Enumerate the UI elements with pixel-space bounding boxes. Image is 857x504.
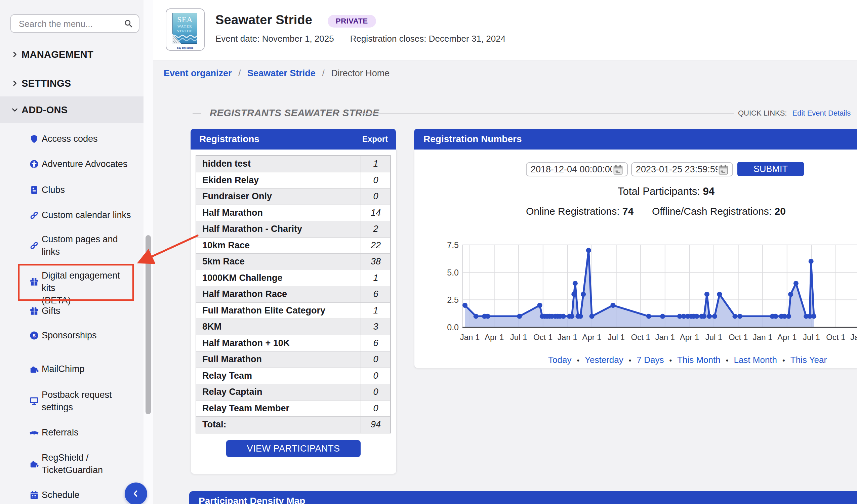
svg-text:Jan 1: Jan 1 (753, 333, 773, 342)
quick-filter-this-month[interactable]: This Month (677, 355, 721, 365)
count-cell: 6 (360, 335, 390, 351)
count-cell: 0 (360, 351, 390, 368)
sidebar-item-schedule[interactable]: Schedule (30, 489, 134, 501)
sidebar-item-digital-engagement-kits-beta[interactable]: Digital engagement kits (BETA) (30, 269, 134, 307)
gift-icon (30, 277, 39, 286)
sidebar-item-custom-pages-and-links[interactable]: Custom pages and links (30, 233, 134, 258)
filter-separator: • (783, 356, 785, 365)
event-name-cell: Half Marathon (196, 208, 360, 218)
table-row: Full Marathon Elite Category 1 (196, 302, 390, 319)
search-icon[interactable] (124, 19, 133, 28)
sidebar-scrollbar-thumb[interactable] (146, 235, 151, 414)
event-name-cell: 1000KM Challenge (196, 273, 360, 283)
sidebar-item-label: Custom pages and links (42, 233, 134, 258)
section-rule-right (360, 113, 734, 114)
event-name-cell: hidden test (196, 158, 360, 169)
quick-filter-last-month[interactable]: Last Month (734, 355, 777, 365)
date-from-input[interactable] (526, 162, 628, 177)
table-row: 1000KM Challenge 1 (196, 270, 390, 286)
registration-numbers-panel-header: Registration Numbers (414, 129, 857, 150)
export-button[interactable]: Export (362, 129, 388, 150)
sidebar-item-clubs[interactable]: Clubs (30, 184, 134, 196)
svg-text:Jul 1: Jul 1 (803, 333, 820, 342)
svg-text:Oct 1: Oct 1 (533, 333, 553, 342)
count-cell: 1 (360, 270, 390, 286)
svg-text:Apr 1: Apr 1 (582, 333, 601, 342)
sidebar-item-referrals[interactable]: Referrals (30, 426, 134, 439)
svg-text:WATER: WATER (178, 24, 192, 28)
sidebar-item-label: Gifts (42, 305, 134, 317)
event-header (153, 0, 857, 61)
event-name-cell: Relay Captain (196, 387, 360, 397)
svg-text:Oct 1: Oct 1 (826, 333, 845, 342)
view-participants-button[interactable]: VIEW PARTICIPANTS (226, 440, 360, 457)
chevron-down-icon (11, 106, 19, 114)
calendar-picker-icon[interactable] (613, 164, 623, 175)
data-point (537, 303, 542, 308)
svg-text:Oct 1: Oct 1 (728, 333, 748, 342)
sidebar-section-add-ons[interactable]: ADD-ONS (0, 102, 144, 117)
sidebar-item-label: Referrals (42, 426, 134, 439)
sidebar-section-label: MANAGEMENT (21, 49, 94, 60)
submit-button[interactable]: SUBMIT (737, 162, 804, 176)
chart-quick-filters: Today•Yesterday•7 Days•This Month•Last M… (548, 355, 784, 365)
count-cell: 22 (360, 238, 390, 254)
data-point (793, 281, 799, 286)
event-name-cell: 10km Race (196, 240, 360, 251)
event-name-cell: Ekiden Relay (196, 175, 360, 185)
sidebar-item-mailchimp[interactable]: MailChimp (30, 363, 134, 375)
puzzle-icon (30, 459, 39, 468)
registrations-table: hidden test 1Ekiden Relay 0Fundraiser On… (196, 155, 391, 434)
data-point (561, 314, 566, 319)
sidebar-item-label: Postback request settings (42, 389, 134, 414)
count-cell: 1 (360, 303, 390, 319)
sidebar-item-regshield-ticketguardian[interactable]: RegShield / TicketGuardian (30, 452, 134, 476)
table-row: Relay Captain 0 (196, 384, 390, 400)
data-point (811, 314, 816, 319)
registrations-line-chart: Jan 1Apr 1Jul 1Oct 1Jan 1Apr 1Jul 1Oct 1… (417, 235, 857, 353)
date-to-input[interactable] (631, 162, 733, 177)
breadcrumb-event-organizer[interactable]: Event organizer (164, 68, 232, 78)
count-cell: 14 (360, 205, 390, 221)
table-total-row: Total: 94 (196, 416, 390, 433)
online-registrations-value: 74 (622, 206, 634, 217)
sidebar-section-management[interactable]: MANAGEMENT (0, 47, 144, 62)
quick-link-edit-event-details[interactable]: Edit Event Details (792, 109, 851, 117)
quick-filter-7-days[interactable]: 7 Days (637, 355, 664, 365)
quick-filter-yesterday[interactable]: Yesterday (585, 355, 623, 365)
gift-icon (30, 306, 39, 316)
sidebar-item-access-codes[interactable]: Access codes (30, 133, 134, 145)
sidebar-item-postback-request-settings[interactable]: Postback request settings (30, 389, 134, 414)
chevron-left-icon (131, 489, 140, 498)
table-row: Relay Team 0 (196, 368, 390, 384)
quick-filter-today[interactable]: Today (548, 355, 571, 365)
svg-text:Jan 1: Jan 1 (655, 333, 675, 342)
sidebar-item-sponsorships[interactable]: $ Sponsorships (30, 329, 134, 342)
data-point (517, 314, 522, 319)
search-input[interactable] (18, 16, 120, 32)
data-point (581, 292, 586, 297)
dollar-badge-icon: $ (30, 331, 39, 340)
sidebar-section-label: ADD-ONS (21, 104, 68, 116)
svg-text:Jan 1: Jan 1 (850, 333, 857, 342)
sidebar-item-custom-calendar-links[interactable]: Custom calendar links (30, 209, 134, 221)
count-cell: 94 (360, 417, 390, 433)
registrations-title: Registrations (199, 134, 259, 144)
sidebar-collapse-button[interactable] (125, 483, 147, 504)
filter-separator: • (669, 356, 672, 365)
data-point (732, 314, 737, 319)
sidebar-section-settings[interactable]: SETTINGS (0, 76, 144, 91)
table-row: 10km Race 22 (196, 237, 390, 254)
table-row: Relay Team Member 0 (196, 400, 390, 417)
director-home-page: SEA WATER STRIDE bay city series Seawate… (0, 0, 857, 504)
chevron-right-icon (11, 50, 19, 58)
quick-links: QUICK LINKS: Edit Event Details | Copy (738, 109, 857, 118)
registration-closes: Registration closes: December 31, 2024 (350, 34, 505, 44)
sidebar-item-adventure-advocates[interactable]: Adventure Advocates (30, 158, 134, 170)
svg-text:Oct 1: Oct 1 (631, 333, 650, 342)
breadcrumb-seawater-stride[interactable]: Seawater Stride (247, 68, 316, 78)
quick-filter-this-year[interactable]: This Year (790, 355, 827, 365)
accessibility-icon (30, 159, 39, 169)
calendar-picker-icon[interactable] (718, 164, 728, 175)
sidebar-item-gifts[interactable]: Gifts (30, 305, 134, 317)
